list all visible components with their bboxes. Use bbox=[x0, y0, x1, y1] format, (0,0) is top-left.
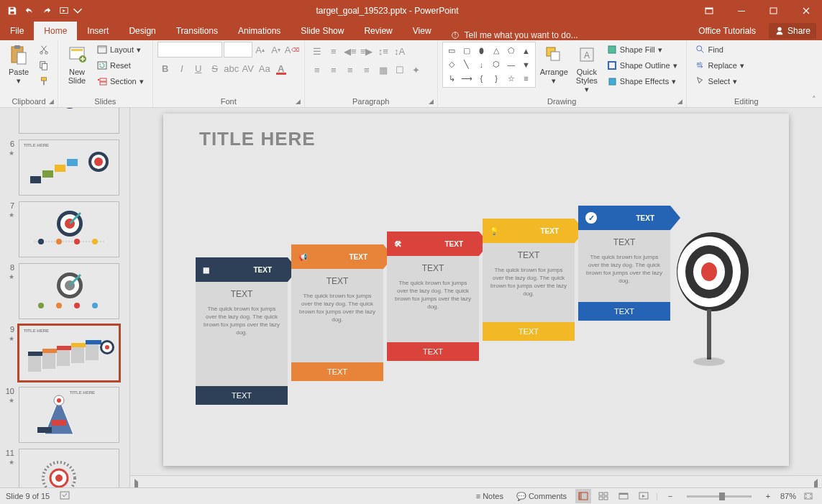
slide-canvas-scroll[interactable]: TITLE HERE ▦TEXT TEXTThe quick brown fox… bbox=[130, 108, 822, 475]
spell-check-icon[interactable] bbox=[60, 490, 71, 502]
increase-indent-button[interactable]: ≡▶ bbox=[359, 43, 375, 59]
slide-title[interactable]: TITLE HERE bbox=[199, 128, 316, 150]
align-right-button[interactable]: ≡ bbox=[342, 62, 358, 78]
share-button[interactable]: Share bbox=[769, 23, 816, 39]
underline-button[interactable]: U bbox=[191, 60, 206, 76]
step-card-2[interactable]: 📢TEXT TEXTThe quick brown fox jumps over… bbox=[291, 244, 383, 381]
ribbon-display-button[interactable] bbox=[693, 0, 725, 21]
char-spacing-button[interactable]: AV bbox=[240, 60, 256, 76]
tab-slideshow[interactable]: Slide Show bbox=[291, 22, 354, 40]
zoom-slider[interactable] bbox=[687, 495, 752, 498]
font-family-select[interactable] bbox=[157, 42, 222, 58]
thumbnail-slide-11[interactable] bbox=[19, 449, 119, 487]
redo-button[interactable] bbox=[39, 3, 55, 19]
layout-button[interactable]: Layout ▾ bbox=[93, 42, 148, 58]
columns-button[interactable]: ▦ bbox=[375, 62, 391, 78]
line-spacing-button[interactable]: ↕≡ bbox=[375, 43, 391, 59]
thumbnail-slide-6[interactable]: TITLE HERE bbox=[19, 139, 119, 196]
notes-button[interactable]: ≡ Notes bbox=[472, 488, 508, 505]
thumbnail-slide-8[interactable] bbox=[19, 263, 119, 319]
font-launcher[interactable]: ◢ bbox=[293, 96, 303, 106]
section-button[interactable]: Section ▾ bbox=[93, 73, 148, 89]
align-text-button[interactable]: ☐ bbox=[392, 62, 408, 78]
step-card-5[interactable]: ✓TEXT TEXTThe quick brown fox jumps over… bbox=[578, 206, 670, 321]
change-case-button[interactable]: Aa bbox=[257, 60, 273, 76]
replace-button[interactable]: abReplace ▾ bbox=[691, 58, 749, 73]
step-card-3[interactable]: 🛠TEXT TEXTThe quick brown fox jumps over… bbox=[387, 232, 479, 361]
maximize-button[interactable] bbox=[757, 0, 790, 21]
tab-design[interactable]: Design bbox=[119, 22, 165, 40]
thumbnail-slide-9[interactable]: TITLE HERE bbox=[19, 325, 119, 381]
align-center-button[interactable]: ≡ bbox=[326, 62, 342, 78]
decrease-indent-button[interactable]: ◀≡ bbox=[342, 43, 358, 59]
thumbnail-slide-7[interactable] bbox=[19, 201, 119, 257]
horizontal-scrollbar[interactable] bbox=[130, 475, 822, 487]
smartart-button[interactable]: ✦ bbox=[408, 62, 424, 78]
shapes-gallery[interactable]: ▭▢⬮△⬠▲ ◇╲↓⬡—▼ ↳⟶{}☆≡ bbox=[442, 42, 536, 88]
save-button[interactable] bbox=[4, 3, 20, 19]
qat-customize[interactable] bbox=[73, 3, 82, 19]
slide-sorter-button[interactable] bbox=[595, 489, 611, 503]
normal-view-button[interactable] bbox=[575, 489, 591, 503]
shape-fill-button[interactable]: Shape Fill ▾ bbox=[603, 42, 682, 58]
decrease-font-button[interactable]: A▾ bbox=[268, 42, 284, 58]
font-size-select[interactable] bbox=[224, 42, 252, 58]
fit-to-window-button[interactable] bbox=[800, 489, 816, 503]
tell-me-search[interactable]: Tell me what you want to do... bbox=[442, 30, 689, 40]
find-button[interactable]: Find bbox=[691, 42, 749, 58]
paste-button[interactable]: Paste▾ bbox=[4, 42, 33, 86]
bold-button[interactable]: B bbox=[157, 60, 173, 76]
shape-effects-button[interactable]: Shape Effects ▾ bbox=[603, 73, 682, 89]
cut-button[interactable] bbox=[35, 42, 53, 58]
start-from-beginning-button[interactable] bbox=[56, 3, 72, 19]
tab-animations[interactable]: Animations bbox=[228, 22, 291, 40]
tab-review[interactable]: Review bbox=[354, 22, 402, 40]
file-tab[interactable]: File bbox=[0, 22, 34, 40]
tab-home[interactable]: Home bbox=[34, 22, 77, 40]
slideshow-view-button[interactable] bbox=[636, 489, 652, 503]
office-tutorials-link[interactable]: Office Tutorials bbox=[688, 22, 766, 40]
tab-insert[interactable]: Insert bbox=[77, 22, 119, 40]
bullets-button[interactable]: ☰ bbox=[309, 43, 325, 59]
clear-formatting-button[interactable]: A⌫ bbox=[284, 42, 300, 58]
svg-rect-88 bbox=[579, 492, 582, 500]
tab-transitions[interactable]: Transitions bbox=[166, 22, 228, 40]
slide-counter[interactable]: Slide 9 of 15 bbox=[6, 492, 50, 500]
italic-button[interactable]: I bbox=[174, 60, 190, 76]
new-slide-button[interactable]: New Slide bbox=[63, 42, 91, 86]
zoom-percent[interactable]: 87% bbox=[780, 492, 796, 500]
zoom-in-button[interactable]: + bbox=[760, 489, 776, 503]
arrange-button[interactable]: Arrange▾ bbox=[537, 42, 571, 86]
close-button[interactable] bbox=[790, 0, 822, 21]
select-button[interactable]: Select ▾ bbox=[691, 73, 749, 89]
increase-font-button[interactable]: A▴ bbox=[252, 42, 268, 58]
undo-button[interactable] bbox=[22, 3, 37, 19]
step-card-1[interactable]: ▦TEXT TEXTThe quick brown fox jumps over… bbox=[196, 257, 288, 405]
reset-button[interactable]: Reset bbox=[93, 58, 148, 73]
thumbnail-slide-10[interactable]: TITLE HERE bbox=[19, 387, 119, 443]
minimize-button[interactable] bbox=[725, 0, 757, 21]
drawing-launcher[interactable]: ◢ bbox=[675, 96, 685, 106]
thumbnail-slide[interactable] bbox=[19, 108, 119, 134]
tab-view[interactable]: View bbox=[403, 22, 442, 40]
font-color-button[interactable]: A bbox=[273, 60, 289, 76]
reading-view-button[interactable] bbox=[616, 489, 631, 503]
quick-styles-button[interactable]: A Quick Styles▾ bbox=[572, 42, 601, 95]
slide[interactable]: TITLE HERE ▦TEXT TEXTThe quick brown fox… bbox=[163, 114, 789, 466]
slide-thumbnails-panel[interactable]: 6★TITLE HERE 7★ 8★ 9★TITLE HERE 10★TITLE… bbox=[0, 108, 130, 487]
shape-outline-button[interactable]: Shape Outline ▾ bbox=[603, 58, 682, 73]
format-painter-button[interactable] bbox=[35, 73, 53, 89]
align-left-button[interactable]: ≡ bbox=[309, 62, 325, 78]
shadow-button[interactable]: abc bbox=[224, 60, 239, 76]
strike-button[interactable]: S bbox=[207, 60, 223, 76]
copy-button[interactable] bbox=[35, 58, 53, 73]
collapse-ribbon-button[interactable]: ˄ bbox=[812, 95, 816, 104]
justify-button[interactable]: ≡ bbox=[359, 62, 375, 78]
text-direction-button[interactable]: ↕A bbox=[392, 43, 408, 59]
numbering-button[interactable]: ≡ bbox=[326, 43, 342, 59]
clipboard-launcher[interactable]: ◢ bbox=[47, 96, 56, 106]
paragraph-launcher[interactable]: ◢ bbox=[426, 96, 436, 106]
comments-button[interactable]: 💬 Comments bbox=[512, 488, 571, 505]
step-card-4[interactable]: 💡TEXT TEXTThe quick brown fox jumps over… bbox=[483, 219, 575, 341]
zoom-out-button[interactable]: − bbox=[662, 489, 678, 503]
